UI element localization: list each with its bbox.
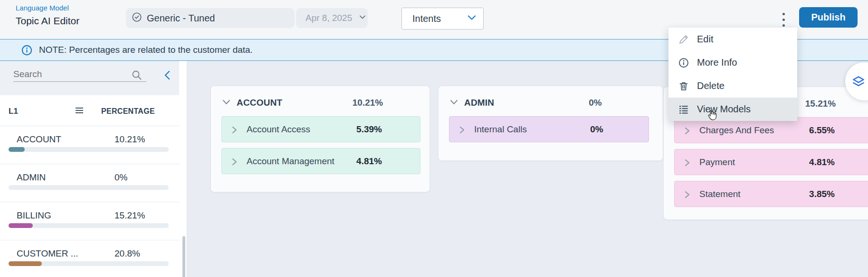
layers-icon bbox=[851, 75, 866, 89]
menu-item-label: View Models bbox=[697, 104, 751, 115]
menu-item-delete[interactable]: Delete bbox=[668, 74, 797, 98]
model-date-dropdown[interactable]: Apr 8, 2025 bbox=[296, 8, 368, 28]
row-label: BILLING bbox=[17, 210, 51, 221]
topics-sidebar: L1 PERCENTAGE ACCOUNT 10.21% ADMIN 0% BI… bbox=[0, 61, 187, 277]
chevron-down-icon bbox=[467, 14, 477, 23]
collapse-sidebar-button[interactable] bbox=[161, 69, 174, 82]
row-value: 20.8% bbox=[114, 248, 140, 259]
kebab-dot bbox=[782, 24, 785, 27]
progress-track bbox=[9, 147, 169, 152]
publish-button[interactable]: Publish bbox=[799, 7, 858, 28]
kebab-dot bbox=[782, 13, 785, 15]
subtopic-value: 4.81% bbox=[343, 156, 395, 167]
row-value: 15.21% bbox=[114, 210, 145, 221]
check-circle-icon bbox=[132, 12, 142, 24]
chevron-right-icon bbox=[685, 159, 690, 168]
row-value: 0% bbox=[114, 172, 127, 183]
menu-item-label: Delete bbox=[697, 80, 725, 91]
sidebar-row-billing[interactable]: BILLING 15.21% bbox=[0, 202, 180, 240]
subtopic-label: Account Management bbox=[247, 156, 334, 167]
info-icon bbox=[21, 45, 32, 56]
menu-item-view-models[interactable]: View Models bbox=[668, 98, 797, 121]
subtopic-label: Internal Calls bbox=[474, 124, 527, 135]
sidebar-row-account[interactable]: ACCOUNT 10.21% bbox=[0, 126, 180, 164]
page-title: Topic AI Editor bbox=[16, 15, 79, 27]
progress-fill bbox=[9, 223, 33, 228]
subtopic-account-management[interactable]: Account Management 4.81% bbox=[221, 148, 420, 174]
info-icon bbox=[678, 57, 689, 69]
subtopic-payment[interactable]: Payment 4.81% bbox=[674, 149, 868, 175]
progress-track bbox=[9, 261, 169, 266]
card-title: ADMIN bbox=[464, 98, 494, 108]
row-value: 10.21% bbox=[114, 134, 145, 145]
sidebar-row-customer[interactable]: CUSTOMER ... 20.8% bbox=[0, 240, 180, 277]
sidebar-scrollbar[interactable] bbox=[182, 236, 185, 277]
chevron-right-icon bbox=[232, 126, 237, 136]
subtopic-account-access[interactable]: Account Access 5.39% bbox=[221, 116, 420, 142]
chevron-down-icon bbox=[359, 13, 366, 23]
sidebar-table-header: L1 PERCENTAGE bbox=[0, 95, 180, 126]
chevron-right-icon bbox=[685, 191, 690, 200]
pencil-icon bbox=[678, 34, 689, 45]
subtopic-charges-and-fees[interactable]: Charges And Fees 6.55% bbox=[674, 117, 868, 143]
menu-item-label: Edit bbox=[697, 34, 713, 45]
sidebar-row-admin[interactable]: ADMIN 0% bbox=[0, 164, 180, 202]
kebab-dot bbox=[782, 19, 785, 21]
note-text: NOTE: Percentages are related to the cus… bbox=[39, 45, 253, 55]
search-input[interactable] bbox=[13, 67, 146, 82]
card-value: 15.21% bbox=[792, 99, 849, 109]
row-label: ACCOUNT bbox=[17, 134, 61, 145]
subtopic-label: Payment bbox=[699, 157, 735, 168]
chevron-right-icon bbox=[685, 127, 690, 137]
card-value: 0% bbox=[567, 98, 624, 108]
progress-fill bbox=[9, 261, 42, 266]
menu-item-label: More Info bbox=[697, 57, 737, 68]
chevron-right-icon bbox=[232, 158, 237, 168]
subtopic-value: 5.39% bbox=[343, 124, 395, 135]
progress-track bbox=[9, 223, 169, 228]
menu-item-more-info[interactable]: More Info bbox=[668, 51, 797, 74]
topic-card-admin: ADMIN 0% Internal Calls 0% bbox=[438, 86, 663, 161]
model-date: Apr 8, 2025 bbox=[305, 13, 352, 23]
subtopic-label: Statement bbox=[699, 189, 741, 199]
model-selector[interactable]: Generic - Tuned bbox=[126, 8, 295, 28]
view-mode-select[interactable]: Intents bbox=[401, 8, 484, 30]
row-label: ADMIN bbox=[17, 172, 46, 183]
menu-item-edit[interactable]: Edit bbox=[668, 28, 797, 51]
subtopic-label: Account Access bbox=[247, 124, 310, 135]
column-header-l1: L1 bbox=[9, 107, 18, 116]
chevron-down-icon[interactable] bbox=[222, 99, 230, 107]
model-name: Generic - Tuned bbox=[147, 13, 215, 24]
subtopic-value: 6.55% bbox=[796, 125, 848, 136]
subtopic-value: 3.85% bbox=[796, 189, 848, 199]
list-icon bbox=[678, 104, 689, 115]
subtopic-value: 0% bbox=[571, 124, 623, 135]
subtopic-internal-calls[interactable]: Internal Calls 0% bbox=[449, 116, 649, 142]
card-title: ACCOUNT bbox=[237, 98, 282, 108]
topic-card-account: ACCOUNT 10.21% Account Access 5.39% Acco… bbox=[210, 86, 430, 192]
column-header-percentage: PERCENTAGE bbox=[101, 107, 155, 116]
breadcrumb-language-model[interactable]: Language Model bbox=[16, 4, 69, 12]
subtopic-statement[interactable]: Statement 3.85% bbox=[674, 181, 868, 207]
menu-lines-icon[interactable] bbox=[75, 107, 84, 116]
progress-fill bbox=[9, 147, 25, 152]
overflow-context-menu: Edit More Info Delete View Models bbox=[668, 28, 797, 121]
progress-track bbox=[9, 185, 169, 190]
search-icon[interactable] bbox=[131, 69, 143, 83]
subtopic-label: Charges And Fees bbox=[699, 125, 774, 136]
view-mode-value: Intents bbox=[412, 13, 467, 24]
chevron-down-icon[interactable] bbox=[450, 99, 458, 107]
card-value: 10.21% bbox=[339, 98, 396, 108]
subtopic-value: 4.81% bbox=[796, 157, 848, 168]
chevron-right-icon bbox=[459, 126, 465, 136]
chevron-left-icon bbox=[164, 70, 171, 80]
search-zone bbox=[0, 61, 179, 95]
row-label: CUSTOMER ... bbox=[17, 248, 78, 259]
trash-icon bbox=[678, 80, 689, 92]
